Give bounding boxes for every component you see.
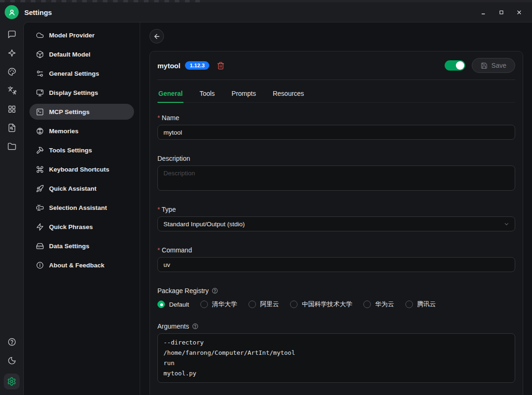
sidebar-item-label: Selection Assistant xyxy=(49,204,107,211)
rocket-icon xyxy=(36,185,44,193)
chat-icon[interactable] xyxy=(6,29,18,40)
sidebar-item-default-model[interactable]: Default Model xyxy=(29,46,134,62)
sidebar-item-quick-assistant[interactable]: Quick Assistant xyxy=(29,180,134,196)
tab-general[interactable]: General xyxy=(157,86,184,102)
divider xyxy=(157,79,515,80)
package-icon xyxy=(36,50,44,58)
tab-bar: General Tools Prompts Resources xyxy=(157,86,515,103)
help-circle-icon[interactable] xyxy=(192,323,199,330)
brain-icon xyxy=(36,127,44,135)
radio-dot xyxy=(290,301,298,308)
mcp-config-form: Name Description Type xyxy=(157,114,515,383)
radio-default[interactable]: Default xyxy=(157,301,189,308)
sidebar-item-keyboard-shortcuts[interactable]: Keyboard Shortcuts xyxy=(29,161,134,177)
sidebar-item-label: Memories xyxy=(49,128,78,135)
sidebar-item-data-settings[interactable]: Data Settings xyxy=(29,238,134,254)
save-button[interactable]: Save xyxy=(472,58,515,73)
dark-mode-moon-icon[interactable] xyxy=(6,355,18,366)
close-button[interactable] xyxy=(512,6,525,18)
sidebar-item-about-feedback[interactable]: About & Feedback xyxy=(29,257,134,273)
mcp-server-card: mytool 1.12.3 Save xyxy=(149,51,523,395)
arguments-input[interactable]: --directory /home/fanrong/Computer/ArtIn… xyxy=(157,333,515,383)
sidebar-item-label: Tools Settings xyxy=(49,147,92,154)
monitor-icon xyxy=(36,89,44,97)
save-icon xyxy=(481,62,488,69)
sidebar-item-mcp-settings[interactable]: MCP Settings xyxy=(29,104,134,120)
maximize-button[interactable] xyxy=(495,6,508,18)
help-icon[interactable] xyxy=(6,336,18,347)
toggle-knob xyxy=(456,61,464,70)
arguments-label: Arguments xyxy=(157,323,189,330)
hammer-icon xyxy=(36,146,44,154)
sidebar-item-selection-assistant[interactable]: Selection Assistant xyxy=(29,200,134,215)
avatar[interactable] xyxy=(5,5,19,19)
tab-resources[interactable]: Resources xyxy=(272,86,305,102)
apps-grid-icon[interactable] xyxy=(6,103,18,115)
knowledge-file-search-icon[interactable] xyxy=(6,122,18,133)
sidebar-item-tools-settings[interactable]: Tools Settings xyxy=(29,142,134,158)
sidebar-item-display-settings[interactable]: Display Settings xyxy=(29,85,134,101)
sidebar-item-label: Quick Phrases xyxy=(49,223,93,230)
mcp-server-detail: mytool 1.12.3 Save xyxy=(140,22,532,395)
tab-tools[interactable]: Tools xyxy=(199,86,216,102)
sidebar-item-general-settings[interactable]: General Settings xyxy=(29,65,134,81)
sidebar-item-label: General Settings xyxy=(49,70,99,77)
window-controls xyxy=(477,6,525,18)
delete-button[interactable] xyxy=(217,62,225,70)
radio-ustc[interactable]: 中国科学技术大学 xyxy=(290,300,352,309)
translate-icon[interactable] xyxy=(6,85,18,96)
close-icon xyxy=(516,9,522,15)
sidebar-item-label: Data Settings xyxy=(49,243,89,250)
version-badge: 1.12.3 xyxy=(185,61,209,70)
registry-radio-group: Default 清华大学 阿里云 中国科学技术大学 华为云 腾讯云 xyxy=(157,300,515,309)
radio-tsinghua[interactable]: 清华大学 xyxy=(200,300,237,309)
type-label: Type xyxy=(157,206,176,213)
radio-dot xyxy=(200,301,208,308)
command-input[interactable] xyxy=(157,257,515,272)
sidebar-item-quick-phrases[interactable]: Quick Phrases xyxy=(29,219,134,235)
command-label: Command xyxy=(157,246,192,254)
radio-dot xyxy=(248,301,256,308)
card-header: mytool 1.12.3 Save xyxy=(157,58,515,73)
radio-dot xyxy=(157,301,165,308)
type-select[interactable] xyxy=(157,216,515,231)
cloud-icon xyxy=(36,31,44,39)
sidebar-item-label: Keyboard Shortcuts xyxy=(49,166,109,173)
sidebar-item-label: About & Feedback xyxy=(49,262,105,269)
name-input[interactable] xyxy=(157,125,515,140)
settings-window: Settings xyxy=(0,0,532,395)
terminal-icon xyxy=(36,108,44,116)
description-label: Description xyxy=(157,155,190,162)
description-input[interactable] xyxy=(157,165,515,191)
maximize-icon xyxy=(498,9,504,15)
assistants-sparkle-icon[interactable] xyxy=(6,47,18,58)
sliders-icon xyxy=(36,70,44,78)
tab-prompts[interactable]: Prompts xyxy=(231,86,257,102)
radio-huawei[interactable]: 华为云 xyxy=(363,300,394,309)
palette-icon[interactable] xyxy=(6,66,18,77)
sidebar-item-memories[interactable]: Memories xyxy=(29,123,134,139)
radio-dot xyxy=(405,301,413,308)
type-select-value[interactable] xyxy=(157,216,515,231)
settings-gear-icon[interactable] xyxy=(4,373,20,389)
radio-tencent[interactable]: 腾讯云 xyxy=(405,300,436,309)
enable-toggle[interactable] xyxy=(445,60,465,71)
help-circle-icon[interactable] xyxy=(212,287,218,294)
tool-name: mytool xyxy=(157,62,180,70)
text-cursor-input-icon xyxy=(36,204,44,212)
save-label: Save xyxy=(491,62,506,69)
radio-aliyun[interactable]: 阿里云 xyxy=(248,300,279,309)
clipped-text-remnant xyxy=(0,0,201,2)
sidebar-item-label: Quick Assistant xyxy=(49,185,97,192)
back-button[interactable] xyxy=(149,29,164,43)
settings-panel: Model Provider Default Model General Set… xyxy=(23,22,532,395)
files-folder-icon[interactable] xyxy=(6,141,18,152)
minimize-button[interactable] xyxy=(477,6,490,18)
name-label: Name xyxy=(157,114,179,122)
sidebar-item-model-provider[interactable]: Model Provider xyxy=(29,27,134,43)
sidebar-item-label: Default Model xyxy=(49,51,91,58)
minimize-icon xyxy=(481,9,487,15)
window-title: Settings xyxy=(24,8,52,16)
arrow-left-icon xyxy=(153,33,161,40)
sidebar-item-label: Model Provider xyxy=(49,32,95,39)
